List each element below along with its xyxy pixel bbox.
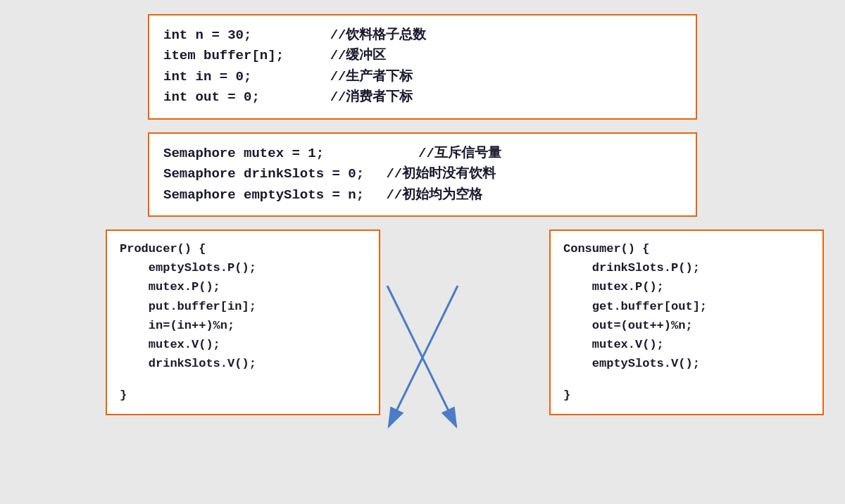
consumer-line-1: drinkSlots.P(); — [563, 258, 810, 277]
consumer-line-2: mutex.P(); — [563, 277, 810, 296]
producer-consumer-section: Producer() { emptySlots.P(); mutex.P(); … — [106, 229, 739, 469]
producer-line-4: in=(in++)%n; — [120, 316, 366, 335]
consumer-header: Consumer() { — [563, 239, 810, 258]
consumer-close: } — [563, 386, 810, 405]
svg-line-3 — [389, 286, 458, 427]
consumer-box: Consumer() { drinkSlots.P(); mutex.P(); … — [549, 229, 824, 415]
producer-line-6: drinkSlots.V(); — [120, 354, 366, 373]
sem-line-2: Semaphore drinkSlots = 0; //初始时没有饮料 — [163, 164, 682, 184]
producer-line-5: mutex.V(); — [120, 335, 366, 354]
producer-line-1: emptySlots.P(); — [120, 258, 366, 277]
consumer-line-3: get.buffer[out]; — [563, 297, 810, 316]
decl-line-2: item buffer[n]; //缓冲区 — [163, 46, 682, 66]
crossing-arrows — [380, 229, 465, 469]
consumer-line-4: out=(out++)%n; — [563, 316, 810, 335]
semaphore-box: Semaphore mutex = 1; //互斥信号量 Semaphore d… — [148, 132, 697, 217]
decl-line-1: int n = 30; //饮料格子总数 — [163, 25, 682, 46]
producer-line-3: put.buffer[in]; — [120, 297, 366, 316]
consumer-line-5: mutex.V(); — [563, 335, 810, 354]
sem-line-1: Semaphore mutex = 1; //互斥信号量 — [163, 144, 682, 164]
producer-header: Producer() { — [120, 239, 366, 258]
declarations-box: int n = 30; //饮料格子总数 item buffer[n]; //缓… — [148, 14, 697, 120]
sem-line-3: Semaphore emptySlots = n; //初始均为空格 — [163, 185, 682, 206]
svg-line-2 — [387, 286, 456, 427]
producer-line-2: mutex.P(); — [120, 277, 366, 296]
decl-line-3: int in = 0; //生产者下标 — [163, 67, 682, 87]
producer-close: } — [120, 386, 366, 405]
producer-box: Producer() { emptySlots.P(); mutex.P(); … — [106, 229, 380, 415]
consumer-line-6: emptySlots.V(); — [563, 354, 810, 373]
decl-line-4: int out = 0; //消费者下标 — [163, 87, 682, 108]
